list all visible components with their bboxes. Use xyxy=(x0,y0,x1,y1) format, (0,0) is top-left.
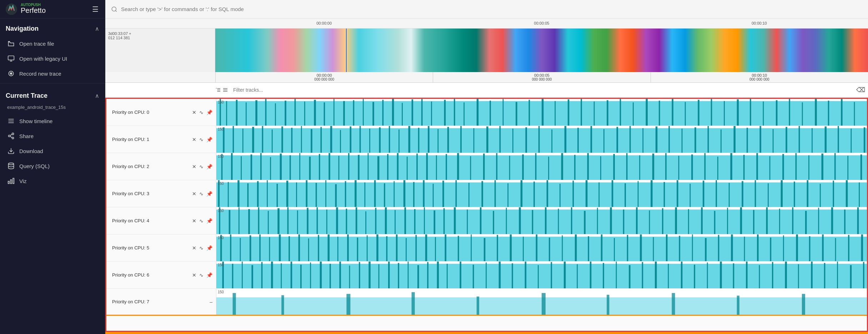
svg-rect-366 xyxy=(861,234,863,261)
svg-rect-300 xyxy=(740,207,742,234)
search-input[interactable] xyxy=(121,6,862,12)
track-wave-btn[interactable]: ∿ xyxy=(199,272,204,278)
filter-sort-icons[interactable] xyxy=(215,87,228,93)
svg-rect-316 xyxy=(269,237,270,262)
search-bar xyxy=(105,0,868,19)
current-trace-chevron[interactable]: ∧ xyxy=(95,92,99,99)
svg-rect-166 xyxy=(483,153,485,180)
track-pin-btn[interactable]: 📌 xyxy=(206,191,213,197)
svg-rect-221 xyxy=(456,180,457,207)
svg-rect-60 xyxy=(581,99,582,126)
track-wave-btn[interactable]: ∿ xyxy=(199,245,204,251)
svg-rect-309 xyxy=(857,207,859,234)
svg-rect-286 xyxy=(558,209,559,234)
sidebar-item-open-legacy[interactable]: Open with legacy UI xyxy=(0,51,105,66)
track-close-btn[interactable]: ✕ xyxy=(191,272,197,278)
track-wave-btn[interactable]: ∿ xyxy=(199,136,204,143)
svg-rect-363 xyxy=(822,234,824,261)
hamburger-button[interactable]: ☰ xyxy=(91,4,100,15)
track-wave-btn[interactable]: ∿ xyxy=(199,218,204,224)
svg-rect-261 xyxy=(287,207,289,234)
track-chart-0[interactable]: 150 xyxy=(216,99,867,126)
folder-open-icon xyxy=(7,40,15,47)
sidebar-item-share[interactable]: Share xyxy=(0,128,105,143)
svg-rect-423 xyxy=(863,262,864,288)
svg-rect-188 xyxy=(769,156,771,180)
sidebar-item-download[interactable]: Download xyxy=(0,143,105,158)
timeline-overview: 00:00:00 00:00:05 00:00:10 3d00:33:07 + … xyxy=(105,19,868,72)
svg-rect-153 xyxy=(348,153,350,180)
track-actions-2: ✕ ∿ 📌 xyxy=(191,163,213,170)
sidebar-item-open-trace[interactable]: Open trace file xyxy=(0,36,105,51)
track-svg-6 xyxy=(216,262,867,288)
track-wave-btn[interactable]: ∿ xyxy=(199,191,204,197)
track-wave-btn[interactable]: ∿ xyxy=(199,163,204,170)
track-chart-6[interactable]: 150 xyxy=(216,262,867,288)
track-close-btn[interactable]: ✕ xyxy=(191,109,197,116)
track-chart-1[interactable]: 150 xyxy=(216,126,867,153)
sidebar-item-show-timeline[interactable]: Show timeline xyxy=(0,113,105,128)
svg-rect-388 xyxy=(417,265,419,288)
overview-colormap-fill xyxy=(215,29,868,72)
navigation-chevron[interactable]: ∧ xyxy=(95,25,99,32)
svg-rect-329 xyxy=(396,234,398,261)
svg-rect-268 xyxy=(356,207,357,234)
svg-rect-228 xyxy=(547,180,548,207)
track-close-btn[interactable]: ✕ xyxy=(191,191,197,197)
track-chart-2[interactable]: 150 xyxy=(216,153,867,180)
svg-rect-231 xyxy=(586,180,587,207)
track-label-6: Priority on CPU: 6 ✕ ∿ 📌 xyxy=(106,262,216,288)
svg-rect-434 xyxy=(802,294,805,315)
track-close-btn[interactable]: – xyxy=(209,299,213,305)
track-wave-btn[interactable]: ∿ xyxy=(199,109,204,116)
svg-rect-230 xyxy=(573,181,574,207)
svg-rect-213 xyxy=(374,180,376,207)
track-pin-btn[interactable]: 📌 xyxy=(206,109,213,116)
sidebar-divider xyxy=(0,83,105,84)
monitor-icon xyxy=(7,55,15,62)
track-close-btn[interactable]: ✕ xyxy=(191,163,197,170)
svg-rect-214 xyxy=(384,183,385,207)
svg-rect-249 xyxy=(820,184,821,207)
svg-rect-194 xyxy=(847,156,848,180)
timeline-icon xyxy=(7,117,15,125)
track-close-btn[interactable]: ✕ xyxy=(191,136,197,143)
track-pin-btn[interactable]: 📌 xyxy=(206,136,213,143)
sidebar-item-query-sql[interactable]: Query (SQL) xyxy=(0,158,105,173)
svg-rect-370 xyxy=(242,262,243,288)
svg-rect-292 xyxy=(636,207,638,234)
track-close-btn[interactable]: ✕ xyxy=(191,245,197,251)
filter-tracks-input[interactable] xyxy=(233,87,853,93)
tracks-container[interactable]: Priority on CPU: 0 ✕ ∿ 📌 150 xyxy=(105,98,868,332)
track-chart-5[interactable]: 150 xyxy=(216,234,867,261)
svg-rect-264 xyxy=(317,207,318,234)
track-chart-7[interactable]: 150 xyxy=(216,289,867,315)
track-pin-btn[interactable]: 📌 xyxy=(206,218,213,224)
track-chart-3[interactable]: 150 xyxy=(216,180,867,207)
sidebar-item-record-trace[interactable]: Record new trace xyxy=(0,66,105,81)
svg-rect-127 xyxy=(721,130,722,153)
svg-rect-296 xyxy=(688,209,689,234)
track-chart-4[interactable]: 150 xyxy=(216,207,867,234)
filter-clear-button[interactable]: ⌫ xyxy=(856,86,865,94)
track-pin-btn[interactable]: 📌 xyxy=(206,245,213,251)
svg-rect-282 xyxy=(506,208,507,234)
track-close-btn[interactable]: ✕ xyxy=(191,218,197,224)
track-pin-btn[interactable]: 📌 xyxy=(206,272,213,278)
track-svg-4 xyxy=(216,207,867,234)
overview-colormap[interactable] xyxy=(215,29,868,72)
svg-rect-240 xyxy=(703,181,704,207)
svg-rect-425 xyxy=(233,293,236,315)
track-pin-btn[interactable]: 📌 xyxy=(206,163,213,170)
svg-rect-219 xyxy=(433,184,434,207)
track-label-1: Priority on CPU: 1 ✕ ∿ 📌 xyxy=(106,126,216,153)
ruler-mark-10: 00:00:10 xyxy=(651,21,868,25)
sidebar-item-label: Download xyxy=(19,148,43,154)
svg-rect-124 xyxy=(682,129,683,153)
sidebar-item-viz[interactable]: Viz xyxy=(0,173,105,188)
svg-rect-274 xyxy=(414,209,416,234)
svg-rect-303 xyxy=(779,209,780,234)
svg-rect-106 xyxy=(447,127,449,153)
track-row: Priority on CPU: 0 ✕ ∿ 📌 150 xyxy=(106,99,867,126)
svg-rect-134 xyxy=(812,128,813,153)
